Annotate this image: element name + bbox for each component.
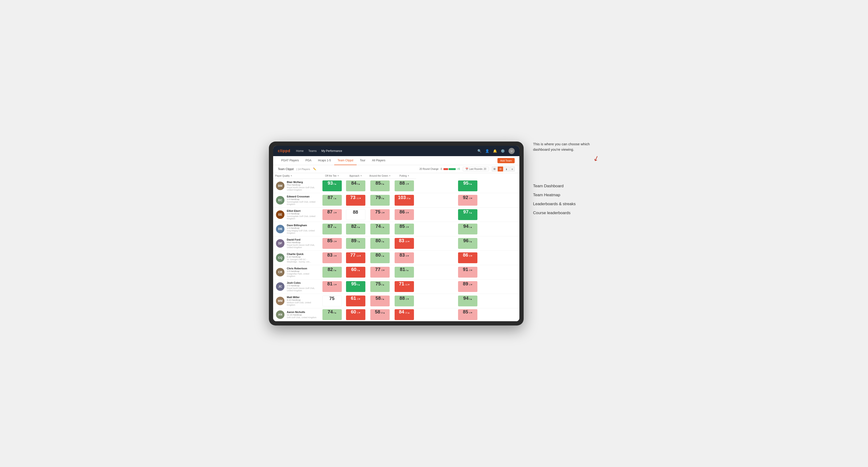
score-cell-6-0: 82 3▲ xyxy=(320,265,344,280)
player-handicap: 1-5 Handicap xyxy=(287,198,317,200)
table-row[interactable]: AN Aaron Nicholls 11-15 Handicap Drift G… xyxy=(273,308,519,321)
tab-pgat-players[interactable]: PGAT Players xyxy=(278,156,302,165)
last-rounds-label: Last Rounds: 20 xyxy=(469,168,486,170)
score-cell-9-2: 58 10▲ xyxy=(368,308,393,321)
score-box: 82 3▲ xyxy=(322,267,342,278)
score-delta: -2▼ xyxy=(469,283,473,286)
score-delta: 3▲ xyxy=(381,240,384,243)
player-info: Chris Robertson 1-5 Handicap Craigmillar… xyxy=(287,267,317,277)
view-grid-button[interactable]: ⊟ xyxy=(498,166,503,172)
score-box: 74 8▲ xyxy=(322,309,342,320)
table-row[interactable]: JC Josh Coles 1-5 Handicap Royal North D… xyxy=(273,280,519,294)
score-box: 88 -1▼ xyxy=(395,181,414,191)
score-box: 77 -3▼ xyxy=(370,267,390,278)
score-delta: -4▼ xyxy=(469,312,473,314)
sort-arrow-approach[interactable]: ▼ xyxy=(360,175,362,177)
score-cell-4-1: 89 7▲ xyxy=(344,236,368,251)
search-icon[interactable]: 🔍 xyxy=(477,149,482,153)
add-team-button[interactable]: Add Team xyxy=(497,158,515,163)
score-box: 73 -11▼ xyxy=(346,195,365,206)
sort-arrow-player[interactable]: ▼ xyxy=(290,175,292,177)
score-cell-3-1: 82 4▲ xyxy=(344,222,368,236)
player-cell-8: MM Matt Miller 6-10 Handicap Woburn Golf… xyxy=(273,294,320,308)
view-list-button[interactable]: ≡ xyxy=(510,166,515,172)
score-box: 85 8▲ xyxy=(370,181,390,191)
avatar[interactable]: U xyxy=(508,148,515,154)
score-cell-0-0: 93 9▲ xyxy=(320,179,344,193)
score-box: 61 -3▼ xyxy=(346,295,365,306)
tab-all-players[interactable]: All Players xyxy=(369,156,389,165)
score-value: 75 xyxy=(375,209,380,215)
score-value: 74 xyxy=(328,309,333,315)
score-cell-9-4: 85 -4▼ xyxy=(416,308,519,321)
table-row[interactable]: EE Elliot Ebert 1-5 Handicap Sunningdale… xyxy=(273,208,519,222)
score-box: 83 -3▼ xyxy=(322,252,342,263)
score-delta: 8▲ xyxy=(357,283,360,286)
score-value: 86 xyxy=(400,209,405,215)
score-delta: -3▼ xyxy=(333,255,337,257)
score-cell-0-1: 84 6▲ xyxy=(344,179,368,193)
player-name: Matt Miller xyxy=(287,296,317,299)
tablet-screen: clippd Home Teams My Performance 🔍 👤 🔔 ⚙… xyxy=(273,146,519,321)
edit-icon[interactable]: ✏️ xyxy=(313,167,316,170)
sort-arrow-around[interactable]: ▼ xyxy=(389,175,391,177)
tab-tour[interactable]: Tour xyxy=(356,156,369,165)
view-grid-small-button[interactable]: ⊞ xyxy=(492,166,497,172)
bell-icon[interactable]: 🔔 xyxy=(493,149,497,153)
score-delta: 1▲ xyxy=(469,226,472,228)
score-value: 83 xyxy=(327,252,332,258)
score-value: 97 xyxy=(463,209,468,215)
nav-home[interactable]: Home xyxy=(296,149,304,153)
score-value: 60 xyxy=(351,267,356,272)
round-change: 20 Round Change -5 +5 xyxy=(420,168,460,170)
settings-icon[interactable]: ⚙️ xyxy=(501,149,505,153)
col-off-tee-label: Off the Tee xyxy=(325,175,337,177)
player-name: Josh Coles xyxy=(287,281,317,284)
sort-arrow-putting[interactable]: ▼ xyxy=(408,175,409,177)
player-handicap: Plus Handicap xyxy=(287,184,317,186)
score-delta: 4▲ xyxy=(406,269,409,272)
red-arrow-icon: ↙ xyxy=(592,153,600,163)
player-handicap: 1-5 Handicap xyxy=(287,270,317,272)
round-change-high: +5 xyxy=(457,168,460,170)
round-change-bar xyxy=(443,168,456,170)
score-cell-9-3: 84 -21▲ xyxy=(393,308,416,321)
table-row[interactable]: BM Blair McHarg Plus Handicap Royal Nort… xyxy=(273,179,519,193)
table-row[interactable]: CR Chris Robertson 1-5 Handicap Craigmil… xyxy=(273,265,519,280)
arrow-line: ↙ xyxy=(533,154,599,162)
score-cell-4-2: 80 3▲ xyxy=(368,236,393,251)
tab-pga[interactable]: PGA xyxy=(302,156,315,165)
score-value: 58 xyxy=(375,295,381,301)
last-rounds-button[interactable]: 📅 Last Rounds: 20 xyxy=(463,167,489,171)
table-row[interactable]: CQ Charlie Quick 6-10 Handicap St. Georg… xyxy=(273,251,519,265)
table-row[interactable]: MM Matt Miller 6-10 Handicap Woburn Golf… xyxy=(273,294,519,308)
sort-arrow-off-tee[interactable]: ▼ xyxy=(337,175,339,177)
score-value: 92 xyxy=(463,195,468,200)
score-box: 83 -10▼ xyxy=(395,238,414,249)
score-box: 86 -6▼ xyxy=(395,209,414,220)
player-cell-3: DB Dave Billingham 1-5 Handicap Gog Mago… xyxy=(273,222,320,236)
table-row[interactable]: DB Dave Billingham 1-5 Handicap Gog Mago… xyxy=(273,222,519,236)
tab-team-clippd[interactable]: Team Clippd xyxy=(334,156,356,165)
profile-icon[interactable]: 👤 xyxy=(485,149,489,153)
table-row[interactable]: DF David Ford Plus Handicap Royal North … xyxy=(273,236,519,251)
score-cell-8-1: 61 -3▼ xyxy=(344,294,368,308)
player-avatar: AN xyxy=(276,310,284,319)
tab-hcaps[interactable]: Hcaps 1-5 xyxy=(315,156,334,165)
table-row[interactable]: EC Edward Crossman 1-5 Handicap Sunningd… xyxy=(273,193,519,208)
score-value: 60 xyxy=(351,309,356,315)
score-delta: -6▼ xyxy=(405,212,409,214)
annotation-item-course: Course leaderboards xyxy=(533,210,599,216)
score-value: 94 xyxy=(463,224,468,229)
score-box: 58 10▲ xyxy=(370,309,390,320)
player-info: Aaron Nicholls 11-15 Handicap Drift Golf… xyxy=(287,311,316,319)
nav-teams[interactable]: Teams xyxy=(308,149,316,153)
page-wrapper: clippd Home Teams My Performance 🔍 👤 🔔 ⚙… xyxy=(269,142,599,325)
score-cell-6-2: 77 -3▼ xyxy=(368,265,393,280)
score-cell-1-3: 103 15▲ xyxy=(393,193,416,208)
view-heatmap-button[interactable]: 🌡 xyxy=(503,166,509,172)
score-box: 103 15▲ xyxy=(395,195,414,206)
score-box: 86 -8▼ xyxy=(458,252,477,263)
player-club: Craigmillar Park, United Kingdom xyxy=(287,273,317,277)
nav-my-performance[interactable]: My Performance xyxy=(321,149,342,153)
